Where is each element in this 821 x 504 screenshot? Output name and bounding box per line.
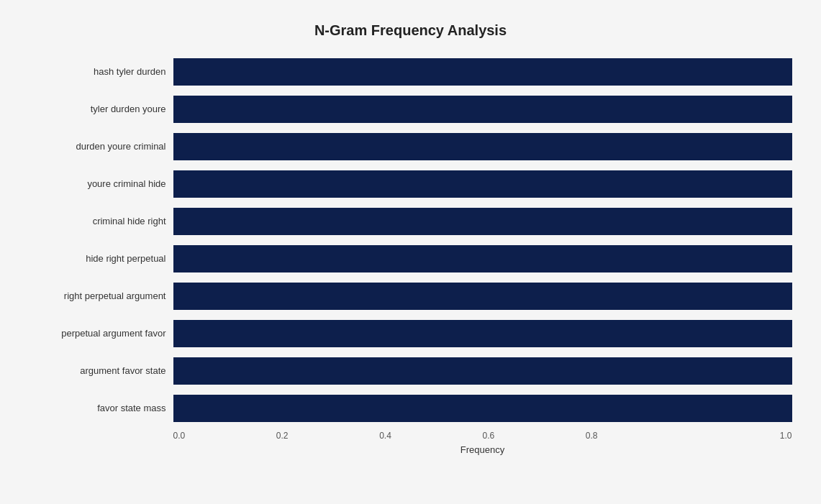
bar-track (173, 320, 792, 347)
x-axis-label: Frequency (173, 444, 792, 455)
bar-label: durden youre criminal (30, 141, 173, 152)
bar-row: perpetual argument favor (30, 315, 792, 352)
bar-row: right perpetual argument (30, 278, 792, 315)
x-tick: 1.0 (689, 431, 791, 441)
bar-label: hide right perpetual (30, 253, 173, 264)
bar-label: right perpetual argument (30, 290, 173, 301)
bar-track (173, 357, 792, 385)
x-tick: 0.4 (379, 431, 482, 441)
bar-row: favor state mass (30, 390, 792, 427)
bar-row: argument favor state (30, 352, 792, 390)
bar-track (173, 58, 792, 86)
chart-title: N-Gram Frequency Analysis (30, 22, 792, 39)
bar-row: criminal hide right (30, 203, 792, 240)
bar-track (173, 170, 792, 198)
bar-label: youre criminal hide (30, 178, 173, 189)
bar-label: hash tyler durden (30, 66, 173, 77)
bar-row: durden youre criminal (30, 128, 792, 165)
bar-label: argument favor state (30, 365, 173, 376)
bar-label: tyler durden youre (30, 104, 173, 114)
bar-row: youre criminal hide (30, 165, 792, 203)
bar-fill (173, 133, 792, 160)
bar-fill (173, 245, 792, 272)
bar-label: favor state mass (30, 403, 173, 413)
bar-row: tyler durden youre (30, 91, 792, 128)
bar-label: criminal hide right (30, 216, 173, 226)
chart-container: N-Gram Frequency Analysis hash tyler dur… (15, 8, 807, 497)
bar-fill (173, 283, 792, 310)
bar-track (173, 245, 792, 272)
bar-track (173, 283, 792, 310)
bar-row: hash tyler durden (30, 53, 792, 91)
x-tick: 0.6 (482, 431, 585, 441)
x-tick: 0.8 (586, 431, 689, 441)
chart-area: hash tyler durdentyler durden youredurde… (30, 53, 792, 427)
bar-fill (173, 320, 792, 347)
bar-track (173, 208, 792, 235)
bar-fill (173, 58, 792, 86)
bar-fill (173, 395, 792, 422)
x-tick: 0.2 (276, 431, 379, 441)
bar-fill (173, 96, 792, 123)
bar-track (173, 96, 792, 123)
bar-label: perpetual argument favor (30, 328, 173, 339)
bar-fill (173, 208, 792, 235)
bar-track (173, 133, 792, 160)
bar-fill (173, 357, 792, 385)
bar-track (173, 395, 792, 422)
bar-row: hide right perpetual (30, 240, 792, 278)
bar-fill (173, 170, 792, 198)
x-tick: 0.0 (173, 431, 276, 441)
x-axis: 0.00.20.40.60.81.0 (173, 431, 792, 441)
